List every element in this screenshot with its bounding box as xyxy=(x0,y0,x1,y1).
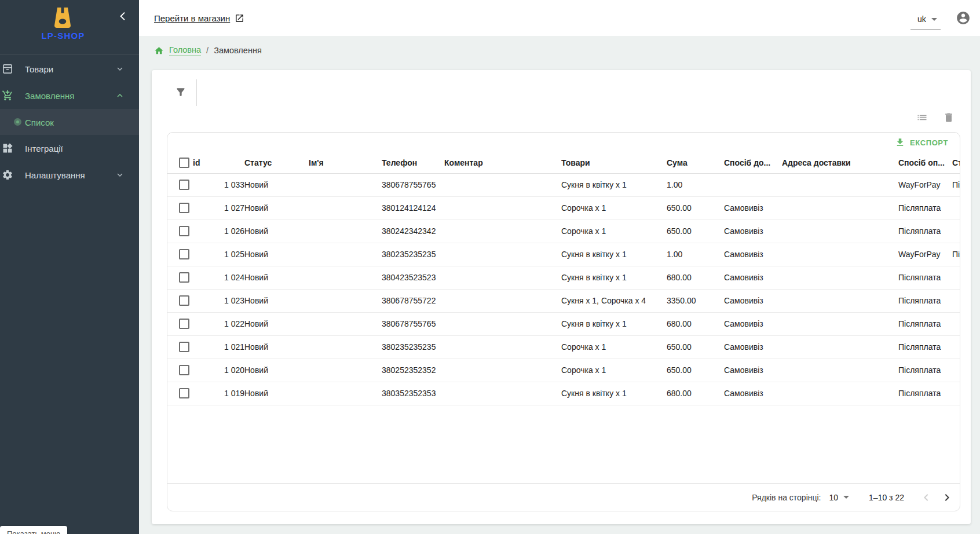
previous-page-button[interactable] xyxy=(919,491,933,504)
row-products-cell: Сукня в квітку x 1 xyxy=(561,266,667,289)
row-sum-cell: 680.00 xyxy=(667,266,724,289)
table-header-row: id Статус Ім'я Телефон Коментар Товари С… xyxy=(167,152,960,173)
column-header-name[interactable]: Ім'я xyxy=(309,152,382,173)
column-list-icon[interactable] xyxy=(916,112,928,123)
row-checkbox[interactable] xyxy=(179,203,189,213)
table-row[interactable]: 1 027 Новий 380124124124 Сорочка x 1 650… xyxy=(167,196,960,220)
sidebar-item-label: Товари xyxy=(25,64,53,74)
table-row[interactable]: 1 021 Новий 380235235235 Сорочка x 1 650… xyxy=(167,335,960,359)
row-checkbox[interactable] xyxy=(179,272,189,283)
row-checkbox[interactable] xyxy=(179,342,189,352)
row-payment-cell: Післяплата xyxy=(898,359,952,382)
row-checkbox[interactable] xyxy=(179,249,189,259)
dropdown-caret-icon xyxy=(931,18,937,21)
row-status-cell: Новий xyxy=(244,312,309,335)
row-checkbox-cell xyxy=(167,335,193,359)
pagination-range: 1–10 з 22 xyxy=(869,493,904,502)
column-header-payment[interactable]: Спосіб оп... xyxy=(898,152,952,173)
rows-per-page-select[interactable]: 10 xyxy=(829,493,850,502)
column-header-phone[interactable]: Телефон xyxy=(382,152,444,173)
row-name-cell xyxy=(309,243,382,266)
breadcrumb-home-link[interactable]: Головна xyxy=(169,45,201,56)
sidebar-collapse-button[interactable] xyxy=(116,9,130,23)
account-circle-icon[interactable] xyxy=(956,10,971,25)
sidebar-item-products[interactable]: Товари xyxy=(0,56,139,82)
gear-icon xyxy=(2,169,13,181)
row-checkbox[interactable] xyxy=(179,180,189,190)
external-link-icon xyxy=(235,13,244,23)
row-delivery-cell: Самовивіз xyxy=(724,196,782,220)
column-header-comment[interactable]: Коментар xyxy=(444,152,561,173)
table-row[interactable]: 1 026 Новий 380242342342 Сорочка x 1 650… xyxy=(167,220,960,243)
next-page-button[interactable] xyxy=(940,491,954,504)
row-products-cell: Сорочка x 1 xyxy=(561,335,667,359)
table-row[interactable]: 1 024 Новий 380423523523 Сукня в квітку … xyxy=(167,266,960,289)
column-header-status[interactable]: Статус xyxy=(244,152,309,173)
sidebar-item-orders[interactable]: Замовлення xyxy=(0,82,139,109)
row-checkbox[interactable] xyxy=(179,365,189,375)
row-checkbox[interactable] xyxy=(179,388,189,398)
row-name-cell xyxy=(309,173,382,196)
row-comment-cell xyxy=(444,382,561,405)
table-row[interactable]: 1 033 Новий 380678755765 Сукня в квітку … xyxy=(167,173,960,196)
breadcrumb-current: Замовлення xyxy=(214,46,262,55)
active-dot-icon xyxy=(14,118,21,126)
table-row[interactable]: 1 022 Новий 380678755765 Сукня в квітку … xyxy=(167,312,960,335)
table-row[interactable]: 1 020 Новий 380252352352 Сорочка x 1 650… xyxy=(167,359,960,382)
shop-bag-logo-icon xyxy=(51,7,74,29)
table-row[interactable]: 1 025 Новий 380235235235 Сукня в квітку … xyxy=(167,243,960,266)
chevron-up-icon xyxy=(115,90,125,101)
row-status-cell: Новий xyxy=(244,382,309,405)
row-sum-cell: 1.00 xyxy=(667,243,724,266)
column-header-delivery[interactable]: Спосіб до... xyxy=(724,152,782,173)
table-row[interactable]: 1 023 Новий 380678755722 Сукня x 1, Соро… xyxy=(167,289,960,312)
row-phone-cell: 380252352352 xyxy=(382,359,444,382)
row-checkbox[interactable] xyxy=(179,295,189,306)
row-payment-status-cell xyxy=(952,289,960,312)
column-header-products[interactable]: Товари xyxy=(561,152,667,173)
row-comment-cell xyxy=(444,243,561,266)
column-header-sum[interactable]: Сума xyxy=(667,152,724,173)
trash-icon[interactable] xyxy=(943,112,955,123)
select-all-checkbox[interactable] xyxy=(179,158,189,168)
add-shopping-cart-icon xyxy=(2,90,13,101)
sidebar-item-integrations[interactable]: Інтеграції xyxy=(0,135,139,162)
sidebar-menu: Товари Замовлення Список xyxy=(0,56,139,188)
row-products-cell: Сукня в квітку x 1 xyxy=(561,312,667,335)
inventory-box-icon xyxy=(2,63,13,75)
filter-funnel-icon[interactable] xyxy=(175,86,187,98)
row-phone-cell: 380678755722 xyxy=(382,289,444,312)
row-id-cell: 1 026 xyxy=(193,220,244,243)
language-select[interactable]: uk xyxy=(910,12,941,30)
row-comment-cell xyxy=(444,196,561,220)
row-status-cell: Новий xyxy=(244,335,309,359)
chevron-down-icon xyxy=(115,170,125,180)
row-payment-status-cell xyxy=(952,266,960,289)
row-payment-cell: Післяплата xyxy=(898,335,952,359)
table-row[interactable]: 1 019 Новий 380352352353 Сукня в квітку … xyxy=(167,382,960,405)
sidebar-item-orders-list[interactable]: Список xyxy=(0,109,139,135)
row-checkbox[interactable] xyxy=(179,319,189,329)
row-name-cell xyxy=(309,335,382,359)
row-address-cell xyxy=(782,196,898,220)
row-phone-cell: 380124124124 xyxy=(382,196,444,220)
orders-panel: ЕКСПОРТ id Статус Ім'я Телефон К xyxy=(152,70,971,524)
row-delivery-cell: Самовивіз xyxy=(724,312,782,335)
column-header-address[interactable]: Адреса доставки xyxy=(782,152,898,173)
sidebar-item-settings[interactable]: Налаштування xyxy=(0,162,139,188)
row-address-cell xyxy=(782,335,898,359)
row-name-cell xyxy=(309,196,382,220)
show-menu-tooltip: Показать меню xyxy=(0,526,67,534)
export-button[interactable]: ЕКСПОРТ xyxy=(891,135,952,150)
column-header-id[interactable]: id xyxy=(193,152,244,173)
dropdown-caret-icon xyxy=(843,496,849,499)
row-address-cell xyxy=(782,312,898,335)
row-comment-cell xyxy=(444,266,561,289)
row-checkbox[interactable] xyxy=(179,226,189,236)
orders-table-card: ЕКСПОРТ id Статус Ім'я Телефон К xyxy=(167,132,960,511)
go-to-store-link[interactable]: Перейти в магазин xyxy=(154,13,244,23)
go-to-store-label: Перейти в магазин xyxy=(154,13,230,23)
column-header-payment-status[interactable]: Статус оплати xyxy=(952,152,960,173)
row-phone-cell: 380235235235 xyxy=(382,335,444,359)
row-sum-cell: 650.00 xyxy=(667,335,724,359)
